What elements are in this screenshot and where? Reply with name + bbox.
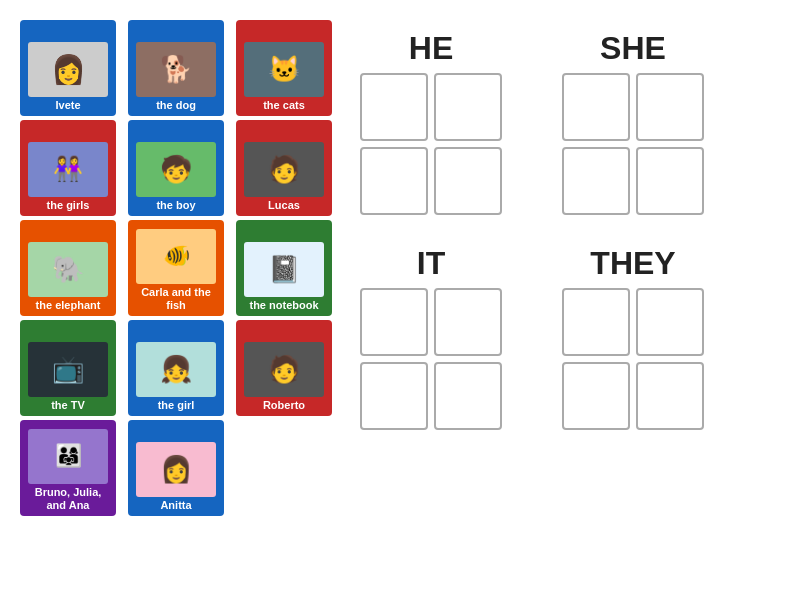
card-img-anitta: 👩	[136, 442, 216, 497]
card-img-roberto: 🧑	[244, 342, 324, 397]
they-drop-4[interactable]	[636, 362, 704, 430]
they-drop-row-1	[562, 288, 704, 356]
she-drop-4[interactable]	[636, 147, 704, 215]
card-roberto[interactable]: 🧑 Roberto	[236, 320, 332, 416]
they-drop-row-2	[562, 362, 704, 430]
she-column: SHE	[562, 30, 704, 215]
right-panel: HE SHE	[360, 20, 780, 580]
card-the-girl[interactable]: 👧 the girl	[128, 320, 224, 416]
card-img-the-dog: 🐕	[136, 42, 216, 97]
she-drop-row-1	[562, 73, 704, 141]
card-the-cats[interactable]: 🐱 the cats	[236, 20, 332, 116]
he-drop-3[interactable]	[360, 147, 428, 215]
card-label-roberto: Roberto	[263, 399, 305, 412]
it-label: IT	[417, 245, 445, 282]
card-img-bruno-group: 👨‍👩‍👧	[28, 429, 108, 484]
he-drop-1[interactable]	[360, 73, 428, 141]
he-drop-2[interactable]	[434, 73, 502, 141]
card-img-the-elephant: 🐘	[28, 242, 108, 297]
card-grid: 👩 Ivete 🐕 the dog 🐱 the cats 👭 the girls…	[20, 20, 340, 516]
card-label-the-dog: the dog	[156, 99, 196, 112]
card-img-lucas: 🧑	[244, 142, 324, 197]
card-the-notebook[interactable]: 📓 the notebook	[236, 220, 332, 316]
card-the-tv[interactable]: 📺 the TV	[20, 320, 116, 416]
card-bruno-group[interactable]: 👨‍👩‍👧 Bruno, Julia, and Ana	[20, 420, 116, 516]
it-drop-3[interactable]	[360, 362, 428, 430]
card-img-the-cats: 🐱	[244, 42, 324, 97]
card-the-boy[interactable]: 🧒 the boy	[128, 120, 224, 216]
he-label: HE	[409, 30, 453, 67]
left-panel: 👩 Ivete 🐕 the dog 🐱 the cats 👭 the girls…	[20, 20, 340, 580]
he-column: HE	[360, 30, 502, 215]
card-label-the-boy: the boy	[156, 199, 195, 212]
card-label-carla-fish: Carla and the fish	[132, 286, 220, 312]
it-column: IT	[360, 245, 502, 430]
card-anitta[interactable]: 👩 Anitta	[128, 420, 224, 516]
she-drop-3[interactable]	[562, 147, 630, 215]
card-label-the-elephant: the elephant	[36, 299, 101, 312]
they-label: THEY	[590, 245, 675, 282]
they-drop-2[interactable]	[636, 288, 704, 356]
card-the-elephant[interactable]: 🐘 the elephant	[20, 220, 116, 316]
she-drop-2[interactable]	[636, 73, 704, 141]
they-drop-3[interactable]	[562, 362, 630, 430]
main-container: 👩 Ivete 🐕 the dog 🐱 the cats 👭 the girls…	[0, 0, 800, 600]
card-ivete[interactable]: 👩 Ivete	[20, 20, 116, 116]
it-drop-row-1	[360, 288, 502, 356]
card-img-the-girls: 👭	[28, 142, 108, 197]
it-they-section: IT THEY	[360, 245, 780, 430]
card-label-the-cats: the cats	[263, 99, 305, 112]
card-img-the-boy: 🧒	[136, 142, 216, 197]
card-label-ivete: Ivete	[55, 99, 80, 112]
card-img-ivete: 👩	[28, 42, 108, 97]
card-img-the-tv: 📺	[28, 342, 108, 397]
card-label-the-notebook: the notebook	[249, 299, 318, 312]
card-lucas[interactable]: 🧑 Lucas	[236, 120, 332, 216]
he-drop-row-1	[360, 73, 502, 141]
it-drop-4[interactable]	[434, 362, 502, 430]
card-label-bruno-group: Bruno, Julia, and Ana	[24, 486, 112, 512]
card-img-the-notebook: 📓	[244, 242, 324, 297]
it-drop-2[interactable]	[434, 288, 502, 356]
he-she-section: HE SHE	[360, 30, 780, 215]
it-drop-1[interactable]	[360, 288, 428, 356]
they-drop-1[interactable]	[562, 288, 630, 356]
they-column: THEY	[562, 245, 704, 430]
she-label: SHE	[600, 30, 666, 67]
card-carla-fish[interactable]: 🐠 Carla and the fish	[128, 220, 224, 316]
he-drop-row-2	[360, 147, 502, 215]
it-drop-row-2	[360, 362, 502, 430]
card-label-anitta: Anitta	[160, 499, 191, 512]
card-label-the-girl: the girl	[158, 399, 195, 412]
card-the-girls[interactable]: 👭 the girls	[20, 120, 116, 216]
she-drop-row-2	[562, 147, 704, 215]
card-label-the-girls: the girls	[47, 199, 90, 212]
card-the-dog[interactable]: 🐕 the dog	[128, 20, 224, 116]
card-label-the-tv: the TV	[51, 399, 85, 412]
card-img-carla-fish: 🐠	[136, 229, 216, 284]
she-drop-1[interactable]	[562, 73, 630, 141]
he-drop-4[interactable]	[434, 147, 502, 215]
card-img-the-girl: 👧	[136, 342, 216, 397]
card-label-lucas: Lucas	[268, 199, 300, 212]
